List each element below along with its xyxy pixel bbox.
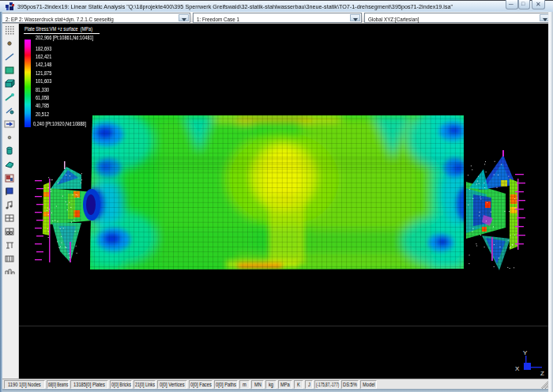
svg-text:Y: Y [523, 349, 528, 356]
svg-text:X: X [515, 365, 520, 372]
svg-text:Z: Z [540, 370, 544, 377]
